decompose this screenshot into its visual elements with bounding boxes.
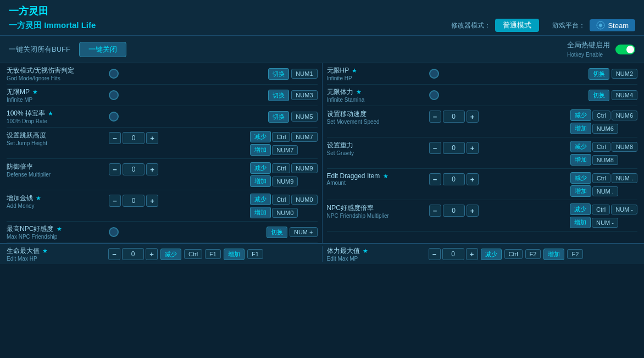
ctrl-key[interactable]: Ctrl — [272, 163, 290, 173]
key-numplus[interactable]: NUM + — [290, 227, 318, 237]
toggle-btn[interactable]: 切换 — [589, 90, 609, 101]
key-num9[interactable]: NUM9 — [291, 163, 317, 173]
toggle-btn[interactable]: 切换 — [267, 227, 287, 238]
key-num5[interactable]: NUM5 — [291, 112, 317, 122]
dec-btn[interactable]: − — [429, 205, 441, 217]
dec-label[interactable]: 减少 — [570, 141, 591, 152]
dec-label[interactable]: 减少 — [570, 172, 591, 184]
toggle-btn[interactable]: 切换 — [268, 90, 289, 101]
inc-btn[interactable]: + — [146, 163, 158, 175]
toggle-npc-friendship[interactable] — [109, 227, 119, 237]
inc-btn[interactable]: + — [467, 205, 479, 217]
inc-btn[interactable]: + — [146, 248, 158, 260]
platform-row: 游戏平台： Steam — [552, 19, 635, 31]
inc-label[interactable]: 增加 — [250, 207, 271, 218]
dec-btn[interactable]: − — [429, 111, 441, 123]
toggle-god-mode[interactable] — [109, 69, 119, 79]
key-numminusb[interactable]: NUM - — [592, 218, 618, 228]
key-num8[interactable]: NUM8 — [612, 142, 637, 152]
inc-btn[interactable]: + — [467, 111, 479, 123]
key-num8b[interactable]: NUM8 — [592, 155, 618, 165]
steam-button[interactable]: Steam — [590, 19, 635, 31]
ctrl-key[interactable]: Ctrl — [592, 173, 610, 183]
toggle-infinite-hp[interactable] — [429, 69, 439, 79]
ctrl-key[interactable]: Ctrl — [592, 205, 610, 214]
drag-item-input[interactable] — [443, 173, 465, 185]
key-num7b[interactable]: NUM7 — [272, 145, 298, 155]
npc-mult-input[interactable] — [443, 205, 465, 217]
money-input[interactable] — [123, 195, 145, 207]
key-num3[interactable]: NUM3 — [291, 90, 317, 100]
key-f1[interactable]: F1 — [205, 249, 221, 259]
ctrl-f1[interactable]: Ctrl — [184, 249, 202, 259]
ctrl-key[interactable]: Ctrl — [592, 142, 610, 152]
toggle-btn[interactable]: 切换 — [268, 68, 289, 80]
list-item: 无限体力 ★ Infinite Stamina 切换 NUM4 — [327, 85, 638, 106]
dec-label[interactable]: 减少 — [570, 109, 591, 121]
key-numdot[interactable]: NUM . — [612, 173, 637, 183]
key-num2[interactable]: NUM2 — [612, 69, 637, 79]
key-numdotb[interactable]: NUM . — [592, 186, 618, 196]
dec-label[interactable]: 减少 — [481, 249, 502, 260]
hotkey-toggle[interactable] — [615, 45, 635, 54]
inc-btn[interactable]: + — [146, 195, 158, 207]
key-numminus[interactable]: NUM - — [611, 205, 637, 214]
defense-mult-input[interactable] — [123, 163, 145, 175]
toggle-drop-rate[interactable] — [109, 112, 119, 122]
dec-btn[interactable]: − — [109, 195, 121, 207]
dec-label[interactable]: 减少 — [570, 203, 591, 215]
ctrl-f2[interactable]: Ctrl — [504, 249, 523, 259]
inc-label[interactable]: 增加 — [570, 217, 591, 228]
inc-label[interactable]: 增加 — [224, 249, 245, 260]
inc-btn[interactable]: + — [467, 142, 479, 154]
key-f2b[interactable]: F2 — [567, 249, 583, 259]
key-f2[interactable]: F2 — [525, 249, 541, 259]
toggle-btn[interactable]: 切换 — [268, 111, 289, 123]
bottom-divider — [322, 246, 323, 262]
inc-btn[interactable]: + — [466, 248, 478, 260]
key-num0[interactable]: NUM0 — [291, 195, 317, 205]
feature-name: 生命最大值 ★ Edit Max HP — [7, 246, 106, 262]
key-num7[interactable]: NUM7 — [291, 132, 317, 142]
key-num6[interactable]: NUM6 — [612, 111, 637, 120]
key-num9b[interactable]: NUM9 — [272, 177, 298, 186]
ctrl-key[interactable]: Ctrl — [272, 195, 290, 205]
move-speed-input[interactable] — [443, 111, 465, 123]
inc-label[interactable]: 增加 — [543, 249, 564, 260]
key-num4[interactable]: NUM4 — [612, 90, 637, 100]
key-f1b[interactable]: F1 — [247, 249, 263, 259]
toggle-infinite-stamina[interactable] — [429, 90, 439, 100]
toggle-btn[interactable]: 切换 — [589, 68, 609, 80]
jump-height-input[interactable] — [123, 132, 145, 144]
dec-label[interactable]: 减少 — [250, 162, 271, 174]
list-item: 无限MP ★ Infinite MP 切换 NUM3 — [7, 85, 318, 106]
dec-label[interactable]: 减少 — [250, 194, 271, 205]
inc-label[interactable]: 增加 — [250, 144, 271, 156]
max-hp-input[interactable] — [122, 248, 144, 260]
key-num6b[interactable]: NUM6 — [592, 124, 618, 134]
ctrl-key[interactable]: Ctrl — [272, 132, 290, 142]
dec-btn[interactable]: − — [108, 248, 120, 260]
list-item: 增加金钱 ★ Add Money − + 减少 Ctrl NUM0 增加 NUM… — [7, 190, 318, 222]
key-num0b[interactable]: NUM0 — [272, 208, 298, 218]
inc-btn[interactable]: + — [146, 132, 158, 144]
dec-btn[interactable]: − — [109, 163, 121, 175]
max-mp-input[interactable] — [442, 248, 464, 260]
dec-btn[interactable]: − — [429, 142, 441, 154]
inc-label[interactable]: 增加 — [570, 154, 591, 166]
inc-label[interactable]: 增加 — [570, 123, 591, 134]
dec-label[interactable]: 减少 — [250, 131, 271, 142]
gravity-input[interactable] — [443, 142, 465, 154]
inc-btn[interactable]: + — [467, 173, 479, 185]
dec-btn[interactable]: − — [429, 173, 441, 185]
inc-label[interactable]: 增加 — [250, 175, 271, 187]
toggle-infinite-mp[interactable] — [109, 90, 119, 100]
dec-label[interactable]: 减少 — [160, 249, 181, 260]
mode-button[interactable]: 普通模式 — [495, 19, 539, 32]
close-all-button[interactable]: 一键关闭 — [79, 42, 126, 57]
key-num1[interactable]: NUM1 — [291, 69, 317, 79]
dec-btn[interactable]: − — [109, 132, 121, 144]
ctrl-key[interactable]: Ctrl — [592, 111, 610, 120]
dec-btn[interactable]: − — [429, 248, 441, 260]
inc-label[interactable]: 增加 — [570, 185, 591, 197]
